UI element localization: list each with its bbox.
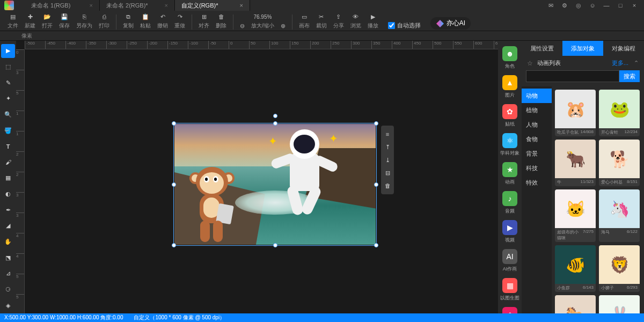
send-back-icon[interactable]: ⤓ xyxy=(382,155,393,165)
svg-marker-0 xyxy=(436,20,444,27)
hand-tool[interactable]: ✋ xyxy=(1,235,15,249)
rotate-handle[interactable] xyxy=(273,114,277,118)
favorite-icon[interactable]: ☆ xyxy=(527,60,533,67)
brush-tool[interactable]: 🖌 xyxy=(1,155,15,169)
minimize-icon[interactable]: — xyxy=(602,1,611,10)
category-角色[interactable]: ☻角色 xyxy=(500,46,519,70)
redo-button[interactable]: ↷重做 xyxy=(174,12,185,30)
asset-card[interactable]: 🐰背萝卜的小兔子5/749 xyxy=(599,295,640,313)
file-button[interactable]: ▤文件 xyxy=(8,12,18,30)
pen-tool[interactable]: ✒ xyxy=(1,203,15,217)
new-button[interactable]: ✚新建 xyxy=(25,12,35,30)
asset-card[interactable]: 🐎马5/145 xyxy=(555,295,596,313)
layers-button[interactable]: ⇪分享 xyxy=(333,12,344,30)
zoom-display[interactable]: 76.95%放大/缩小 xyxy=(251,12,274,30)
wand-tool[interactable]: ✦ xyxy=(1,92,15,106)
zoom-out-button[interactable]: ⊖ xyxy=(240,23,245,30)
user-icon[interactable]: ☺ xyxy=(588,1,597,10)
category-动画[interactable]: ★动画 xyxy=(500,162,519,186)
paste-button[interactable]: 📋粘贴 xyxy=(140,12,151,30)
sub-category-item[interactable]: 动物 xyxy=(522,89,552,103)
sub-category-item[interactable]: 人物 xyxy=(522,118,552,132)
tab-programming[interactable]: 对象编程 xyxy=(603,41,644,56)
zoom-in-button[interactable]: ⊕ xyxy=(281,23,286,30)
category-学科对象[interactable]: ⚛学科对象 xyxy=(500,133,519,157)
asset-card[interactable]: 🦁小狮子6/293 xyxy=(599,245,640,292)
canvas-image[interactable]: ✦ ✦ xyxy=(174,124,376,245)
saveas-button[interactable]: ⎘另存为 xyxy=(76,12,92,30)
category-图片[interactable]: ▲图片 xyxy=(500,75,519,99)
ruler-tool[interactable]: ⊿ xyxy=(1,267,15,281)
close-icon[interactable]: × xyxy=(90,2,93,9)
chevron-up-icon[interactable]: ⌃ xyxy=(634,60,639,67)
smudge-tool[interactable]: ◐ xyxy=(1,187,15,201)
asset-card[interactable]: 🐂牛11/323 xyxy=(555,140,596,186)
sub-category-item[interactable]: 科技 xyxy=(522,161,552,175)
bucket-tool[interactable]: 🪣 xyxy=(1,123,15,137)
asset-card[interactable]: 🐹吃瓜子仓鼠14/808 xyxy=(555,90,596,136)
preview-button[interactable]: 👁浏览 xyxy=(350,12,361,30)
sub-category-item[interactable]: 特效 xyxy=(522,175,552,190)
settings-icon[interactable]: ⚙ xyxy=(560,1,569,10)
crop-button[interactable]: ✂裁切 xyxy=(316,12,327,30)
ai-badge[interactable]: 亦心AI xyxy=(430,17,471,30)
asset-card[interactable]: 🐕爱心小柯基8/151 xyxy=(599,140,640,186)
vertical-ruler: 03511223344556 xyxy=(16,49,25,313)
category-AI作画[interactable]: AIAI作画 xyxy=(500,249,519,273)
lasso-tool[interactable]: ✎ xyxy=(1,76,15,90)
mail-icon[interactable]: ✉ xyxy=(546,1,555,10)
tab-doc-1[interactable]: 未命名 1(RGB)× xyxy=(25,0,100,11)
layer-stack-icon[interactable]: ≡ xyxy=(382,129,393,140)
asset-card[interactable]: 🐸开心青蛙12/234 xyxy=(599,90,640,136)
play-button[interactable]: ▶播放 xyxy=(368,12,378,30)
shape-tool[interactable]: ◢ xyxy=(1,219,15,233)
print-button[interactable]: ⎙打印 xyxy=(99,12,109,30)
marquee-tool[interactable]: ⬚ xyxy=(1,60,15,74)
align-button[interactable]: ⊞对齐 xyxy=(199,12,209,30)
close-window-icon[interactable]: × xyxy=(630,1,639,10)
save-button[interactable]: 💾保存 xyxy=(59,12,70,30)
bring-front-icon[interactable]: ⤒ xyxy=(382,142,393,152)
astronaut-character[interactable]: ✦ ✦ xyxy=(274,124,343,215)
delete-button[interactable]: 🗑删除 xyxy=(216,12,226,30)
asset-card[interactable]: 🦄海马6/122 xyxy=(599,189,640,242)
tab-doc-2[interactable]: 未命名 2(RGB)*× xyxy=(100,0,175,11)
search-input[interactable] xyxy=(526,70,619,82)
tab-doc-3[interactable]: 自定义(RGB)*× xyxy=(175,0,250,11)
open-button[interactable]: 📂打开 xyxy=(42,12,53,30)
category-以图生图[interactable]: ▦以图生图 xyxy=(500,278,519,302)
move-tool[interactable]: ▶ xyxy=(1,44,15,58)
lock-icon[interactable]: ⊟ xyxy=(382,167,393,178)
canvas-area[interactable]: -500-450-400-350-300-250-200-150-100-500… xyxy=(16,41,498,313)
pattern-tool[interactable]: ▦ xyxy=(1,171,15,185)
close-icon[interactable]: × xyxy=(165,2,168,9)
close-icon[interactable]: × xyxy=(240,2,243,9)
transform-tool[interactable]: ⬔ xyxy=(1,251,15,265)
auto-select-checkbox[interactable]: 自动选择 xyxy=(388,21,421,30)
sub-category-item[interactable]: 背景 xyxy=(522,147,552,161)
sub-category-item[interactable]: 植物 xyxy=(522,103,552,118)
maximize-icon[interactable]: □ xyxy=(616,1,625,10)
monkey-character[interactable] xyxy=(185,164,239,245)
tab-properties[interactable]: 属性设置 xyxy=(522,41,562,56)
category-贴纸[interactable]: ✿贴纸 xyxy=(500,104,519,128)
layers-tool[interactable]: ◈ xyxy=(1,298,15,312)
category-音频[interactable]: ♪音频 xyxy=(500,191,519,215)
tab-add-object[interactable]: 添加对象 xyxy=(562,41,603,56)
sub-category-list: 动物植物人物食物背景科技特效 xyxy=(522,86,552,313)
text-tool[interactable]: T xyxy=(1,140,15,153)
trash-icon[interactable]: 🗑 xyxy=(382,180,393,191)
tool-palette: ▶ ⬚ ✎ ✦ 🔍 🪣 T 🖌 ▦ ◐ ✒ ◢ ✋ ⬔ ⊿ ⚆ ◈ xyxy=(0,41,16,313)
copy-button[interactable]: ⧉复制 xyxy=(123,12,134,30)
category-视频[interactable]: ▶视频 xyxy=(500,220,519,244)
asset-card[interactable]: 🐠小鱼群6/143 xyxy=(555,245,596,292)
sub-category-item[interactable]: 食物 xyxy=(522,132,552,147)
zoom-tool[interactable]: 🔍 xyxy=(1,108,15,122)
clone-tool[interactable]: ⚆ xyxy=(1,283,15,297)
asset-card[interactable]: 🐱超级布的小猫咪7/275 xyxy=(555,189,596,242)
undo-button[interactable]: ↶撤销 xyxy=(157,12,168,30)
canvas-button[interactable]: ▭画布 xyxy=(299,12,310,30)
more-link[interactable]: 更多... xyxy=(612,59,628,67)
compass-icon[interactable]: ◎ xyxy=(574,1,583,10)
search-button[interactable]: 搜索 xyxy=(619,70,640,82)
